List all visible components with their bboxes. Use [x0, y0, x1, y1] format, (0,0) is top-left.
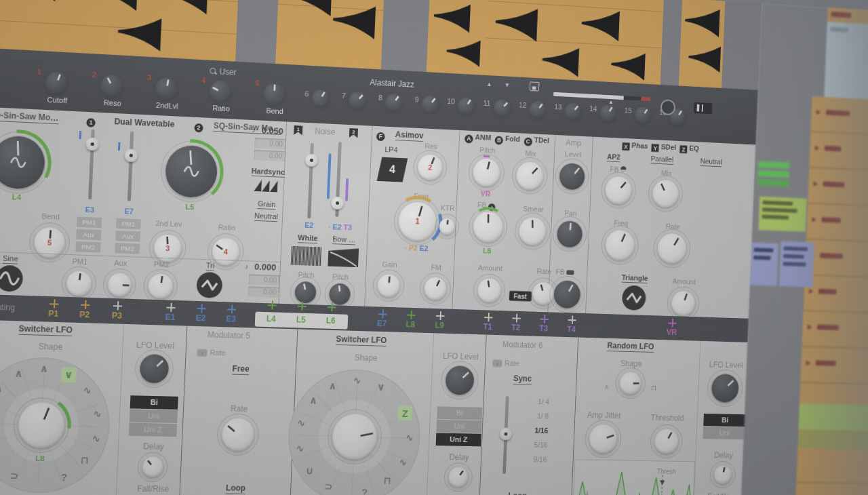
- tri-label[interactable]: Tri: [206, 261, 215, 271]
- routing-slot[interactable]: L6: [326, 316, 336, 325]
- mod5-loop[interactable]: Loop: [226, 483, 246, 494]
- osc2-tune-value[interactable]: 0.050: [262, 125, 284, 136]
- sine-wave-icon[interactable]: [0, 265, 24, 295]
- lfo1-pol-bi[interactable]: Bi: [130, 395, 178, 410]
- session-clip-olive-band[interactable]: [797, 429, 868, 451]
- pm2-knob[interactable]: [148, 273, 174, 298]
- osc1-title[interactable]: SQ-Sin-Saw Mo…: [0, 110, 59, 124]
- amp-level-knob[interactable]: [559, 163, 585, 190]
- fx2-freq-knob[interactable]: [605, 230, 635, 261]
- mod5-rate-knob[interactable]: [221, 418, 255, 451]
- osc2-fine-b[interactable]: 0.00: [254, 150, 285, 161]
- clip-play-icon[interactable]: ▶: [813, 180, 818, 187]
- session-clip-blue[interactable]: [779, 241, 814, 288]
- lfo2-pol-uni[interactable]: Uni: [436, 420, 481, 433]
- dest-pm2[interactable]: PM2: [75, 241, 100, 253]
- macro-knob-11[interactable]: [493, 98, 511, 117]
- slot-move-icon[interactable]: [227, 304, 236, 313]
- noise-flag-1[interactable]: 1: [294, 125, 302, 135]
- osc2-env-slider[interactable]: [123, 131, 139, 201]
- filter-poles-banner[interactable]: 4: [377, 157, 408, 182]
- routing-slot[interactable]: T4: [567, 325, 576, 334]
- save-icon[interactable]: [530, 81, 540, 91]
- lfo2-pol-uniz[interactable]: Uni Z: [436, 433, 481, 447]
- routing-slot[interactable]: T3: [539, 323, 549, 333]
- fx2-rate-knob[interactable]: [657, 233, 687, 264]
- routing-slot[interactable]: L5: [296, 315, 306, 324]
- slot-move-icon[interactable]: [484, 313, 493, 321]
- fx-slot-c-badge[interactable]: C: [524, 138, 532, 146]
- slot-move-icon[interactable]: [327, 302, 336, 311]
- hardsync-label[interactable]: Hardsync: [251, 167, 285, 178]
- session-clip-lime[interactable]: [758, 197, 806, 232]
- grain-label[interactable]: Grain: [258, 199, 276, 210]
- slot-move-icon[interactable]: [197, 304, 206, 313]
- lfo1-shape-knob[interactable]: [18, 402, 66, 448]
- lfo1-title[interactable]: Switcher LFO: [18, 323, 73, 336]
- noise-type2-label[interactable]: Bow …: [332, 235, 356, 245]
- osc2-main-knob[interactable]: [165, 144, 218, 198]
- dest-aux[interactable]: Aux: [76, 229, 101, 241]
- rnd-delay-knob[interactable]: [714, 466, 732, 484]
- pan-knob[interactable]: [557, 220, 583, 248]
- slot-move-icon[interactable]: [378, 309, 387, 318]
- triangle-wave-icon[interactable]: [622, 285, 646, 313]
- noise-slider-1[interactable]: [302, 143, 318, 219]
- midi-keyboard-icon[interactable]: [694, 102, 713, 115]
- routing-slot[interactable]: T1: [483, 322, 492, 332]
- neutral-label[interactable]: Neutral: [254, 212, 278, 222]
- macro-knob-reso[interactable]: [100, 74, 123, 98]
- filter-title[interactable]: Asimov: [395, 130, 424, 142]
- note-icon[interactable]: ♪: [252, 125, 256, 133]
- tri-wave-icon[interactable]: [196, 272, 223, 301]
- fx2-sub1[interactable]: AP2: [607, 153, 620, 162]
- noise-type1-label[interactable]: White: [298, 233, 318, 243]
- macro-knob-15[interactable]: [634, 106, 652, 124]
- res-knob[interactable]: 2: [417, 154, 443, 180]
- fx-slot-a-badge[interactable]: A: [465, 134, 473, 143]
- osc1-fine-b[interactable]: 0.00: [248, 286, 279, 297]
- preset-up-button[interactable]: ▲: [486, 81, 492, 87]
- rnd-title[interactable]: Random LFO: [607, 341, 654, 353]
- macro-knob-14[interactable]: [599, 104, 617, 122]
- clip-incid[interactable]: incid: [427, 0, 488, 79]
- slot-move-icon[interactable]: [407, 311, 416, 319]
- routing-slot[interactable]: L9: [435, 321, 444, 330]
- fx2-sub2[interactable]: Parallel: [650, 155, 673, 165]
- division-option[interactable]: 9/16: [525, 452, 547, 467]
- clip-play-icon[interactable]: ▶: [816, 108, 821, 115]
- fx2-mix-knob[interactable]: [652, 180, 679, 208]
- lfo1-pol-uniz[interactable]: Uni Z: [129, 423, 177, 437]
- macro-knob-12[interactable]: [529, 100, 547, 119]
- routing-slot[interactable]: VR: [666, 328, 677, 337]
- macro-knob-ratio[interactable]: [209, 79, 232, 103]
- macro-knob-13[interactable]: [564, 102, 582, 121]
- session-clip-lime-band[interactable]: [799, 403, 868, 432]
- threshold-knob[interactable]: [654, 429, 679, 454]
- lfo1-level-knob[interactable]: [139, 354, 169, 383]
- fx-slot-x-badge[interactable]: X: [622, 142, 629, 151]
- dest-aux[interactable]: Aux: [115, 231, 140, 241]
- noise-pitch2-knob[interactable]: [329, 283, 351, 305]
- macro-knob-2ndlvl[interactable]: [155, 77, 178, 100]
- freq-knob[interactable]: 1: [398, 201, 437, 241]
- routing-slot[interactable]: L8: [406, 319, 415, 329]
- clip-play-icon[interactable]: ▶: [814, 144, 819, 151]
- clip-play-icon[interactable]: ▶: [812, 216, 816, 223]
- slot-move-icon[interactable]: [298, 302, 307, 311]
- macro-knob-bend[interactable]: [262, 82, 285, 105]
- dest-pm1[interactable]: PM1: [116, 218, 141, 230]
- noise-flag-2[interactable]: 2: [349, 128, 358, 138]
- routing-slot[interactable]: E3: [226, 314, 236, 323]
- slot-move-icon[interactable]: [113, 301, 123, 311]
- pm1-knob[interactable]: [66, 271, 92, 296]
- routing-slot[interactable]: T2: [511, 323, 521, 332]
- macro-knob-7[interactable]: [348, 91, 366, 110]
- routing-slot[interactable]: L4: [267, 314, 276, 323]
- preset-name[interactable]: Alastair Jazz: [370, 77, 414, 89]
- macro-knob-9[interactable]: [421, 95, 439, 114]
- amp-fb-knob[interactable]: [553, 280, 581, 309]
- fm-knob[interactable]: [424, 277, 447, 300]
- lfo2-shape-knob[interactable]: [332, 414, 378, 460]
- mod5-mode[interactable]: Free: [232, 364, 250, 376]
